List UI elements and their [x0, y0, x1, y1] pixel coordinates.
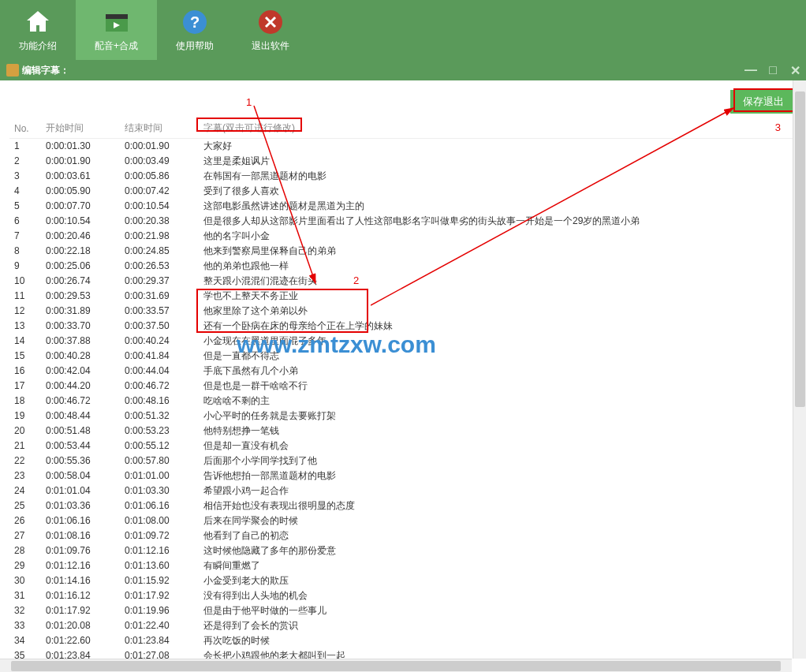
table-row[interactable]: 240:01:01.040:01:03.30希望跟小鸡一起合作	[9, 483, 797, 498]
cell-text: 但是由于他平时做的一些事儿	[199, 603, 797, 618]
save-exit-button[interactable]: 保存退出	[730, 90, 797, 114]
toolbar-help-button[interactable]: ? 使用帮助	[157, 0, 233, 60]
cell-text: 小金受到老大的欺压	[199, 573, 797, 588]
header-end[interactable]: 结束时间	[120, 118, 199, 139]
table-row[interactable]: 170:00:44.200:00:46.72但是也是一群干啥啥不行	[9, 379, 797, 394]
table-row[interactable]: 140:00:37.880:00:40.24小金现在在黑道里面混了多年	[9, 334, 797, 349]
table-row[interactable]: 50:00:07.700:00:10.54这部电影虽然讲述的题材是黑道为主的	[9, 199, 797, 214]
table-row[interactable]: 320:01:17.920:01:19.96但是由于他平时做的一些事儿	[9, 603, 797, 618]
cell-start: 0:01:08.16	[41, 528, 120, 543]
cell-no: 9	[9, 259, 41, 274]
cell-start: 0:01:20.08	[41, 618, 120, 633]
table-row[interactable]: 90:00:25.060:00:26.53他的弟弟也跟他一样	[9, 259, 797, 274]
cell-end: 0:00:37.50	[120, 319, 199, 334]
cell-end: 0:00:26.53	[120, 259, 199, 274]
table-row[interactable]: 340:01:22.600:01:23.84再次吃饭的时候	[9, 633, 797, 648]
table-row[interactable]: 150:00:40.280:00:41.84但是一直都不得志	[9, 349, 797, 364]
table-row[interactable]: 290:01:12.160:01:13.60有瞬间重燃了	[9, 558, 797, 573]
cell-start: 0:00:22.18	[41, 244, 120, 259]
horizontal-scrollbar[interactable]	[0, 659, 792, 672]
svg-text:?: ?	[190, 13, 200, 31]
cell-start: 0:00:42.04	[41, 364, 120, 379]
cell-start: 0:01:16.12	[41, 588, 120, 603]
table-row[interactable]: 100:00:26.740:00:29.37整天跟小混混们混迹在街头	[9, 274, 797, 289]
cell-start: 0:00:51.48	[41, 424, 120, 439]
table-row[interactable]: 270:01:08.160:01:09.72他看到了自己的初恋	[9, 528, 797, 543]
table-row[interactable]: 330:01:20.080:01:22.40还是得到了会长的赏识	[9, 618, 797, 633]
toolbar-compose-button[interactable]: 配音+合成	[76, 0, 157, 60]
table-row[interactable]: 210:00:53.440:00:55.12但是却一直没有机会	[9, 439, 797, 454]
window-title: 编辑字幕：	[22, 64, 69, 77]
annotation-1: 1	[246, 96, 252, 108]
cell-text: 但是也是一群干啥啥不行	[199, 379, 797, 394]
table-row[interactable]: 110:00:29.530:00:31.69学也不上整天不务正业	[9, 289, 797, 304]
cell-no: 24	[9, 483, 41, 498]
cell-end: 0:00:03.49	[120, 154, 199, 169]
table-row[interactable]: 60:00:10.540:00:20.38但是很多人却从这部影片里面看出了人性这…	[9, 214, 797, 229]
toolbar-label: 配音+合成	[95, 39, 138, 53]
table-row[interactable]: 120:00:31.890:00:33.57他家里除了这个弟弟以外	[9, 304, 797, 319]
cell-start: 0:00:58.04	[41, 469, 120, 483]
svg-rect-0	[106, 14, 128, 19]
clapper-icon	[103, 8, 131, 36]
cell-text: 后面那个小学同学找到了他	[199, 454, 797, 469]
cell-no: 3	[9, 169, 41, 184]
minimize-button[interactable]: —	[740, 60, 762, 80]
cell-end: 0:00:20.38	[120, 214, 199, 229]
header-subtitle[interactable]: 字幕(双击可进行修改)	[199, 118, 797, 139]
cell-end: 0:01:08.00	[120, 513, 199, 528]
cell-end: 0:00:24.85	[120, 244, 199, 259]
table-row[interactable]: 180:00:46.720:00:48.16吃啥啥不剩的主	[9, 394, 797, 409]
content-area: 保存退出 1 2 3 No. 开始时间 结束时间 字幕(双击可进行修改) 10:…	[0, 80, 806, 672]
table-row[interactable]: 250:01:03.360:01:06.16相信开始也没有表现出很明显的态度	[9, 498, 797, 513]
table-row[interactable]: 310:01:16.120:01:17.92没有得到出人头地的机会	[9, 588, 797, 603]
table-row[interactable]: 130:00:33.700:00:37.50还有一个卧病在床的母亲给个正在上学的…	[9, 319, 797, 334]
table-row[interactable]: 260:01:06.160:01:08.00后来在同学聚会的时候	[9, 513, 797, 528]
toolbar-intro-button[interactable]: 功能介绍	[0, 0, 76, 60]
cell-no: 10	[9, 274, 41, 289]
table-row[interactable]: 200:00:51.480:00:53.23他特别想挣一笔钱	[9, 424, 797, 439]
cell-no: 2	[9, 154, 41, 169]
cell-no: 22	[9, 454, 41, 469]
cell-end: 0:00:53.23	[120, 424, 199, 439]
cell-start: 0:01:09.76	[41, 543, 120, 558]
cell-start: 0:00:20.46	[41, 229, 120, 244]
table-row[interactable]: 70:00:20.460:00:21.98他的名字叫小金	[9, 229, 797, 244]
cell-end: 0:01:17.92	[120, 588, 199, 603]
cell-no: 12	[9, 304, 41, 319]
maximize-button[interactable]: □	[762, 60, 784, 80]
cell-no: 25	[9, 498, 41, 513]
header-no[interactable]: No.	[9, 118, 41, 139]
table-row[interactable]: 300:01:14.160:01:15.92小金受到老大的欺压	[9, 573, 797, 588]
close-button[interactable]: ✕	[784, 60, 806, 80]
cell-end: 0:00:31.69	[120, 289, 199, 304]
cell-end: 0:00:01.90	[120, 139, 199, 155]
cell-no: 26	[9, 513, 41, 528]
table-row[interactable]: 190:00:48.440:00:51.32小心平时的任务就是去要账打架	[9, 409, 797, 424]
table-row[interactable]: 40:00:05.900:00:07.42受到了很多人喜欢	[9, 184, 797, 199]
table-row[interactable]: 230:00:58.040:01:01.00告诉他想拍一部黑道题材的电影	[9, 469, 797, 483]
toolbar-label: 使用帮助	[176, 39, 214, 53]
cell-start: 0:01:03.36	[41, 498, 120, 513]
table-row[interactable]: 30:00:03.610:00:05.86在韩国有一部黑道题材的电影	[9, 169, 797, 184]
cell-no: 5	[9, 199, 41, 214]
table-row[interactable]: 160:00:42.040:00:44.04手底下虽然有几个小弟	[9, 364, 797, 379]
cell-end: 0:01:22.40	[120, 618, 199, 633]
cell-text: 吃啥啥不剩的主	[199, 394, 797, 409]
toolbar-exit-button[interactable]: 退出软件	[233, 0, 308, 60]
vertical-scrollbar[interactable]	[793, 80, 806, 659]
header-start[interactable]: 开始时间	[41, 118, 120, 139]
cell-no: 8	[9, 244, 41, 259]
cell-no: 31	[9, 588, 41, 603]
table-row[interactable]: 20:00:01.900:00:03.49这里是柔姐讽片	[9, 154, 797, 169]
table-row[interactable]: 80:00:22.180:00:24.85他来到警察局里保释自己的弟弟	[9, 244, 797, 259]
cell-no: 15	[9, 349, 41, 364]
table-row[interactable]: 220:00:55.360:00:57.80后面那个小学同学找到了他	[9, 454, 797, 469]
cell-no: 11	[9, 289, 41, 304]
table-row[interactable]: 280:01:09.760:01:12.16这时候他隐藏了多年的那份爱意	[9, 543, 797, 558]
cell-no: 32	[9, 603, 41, 618]
table-row[interactable]: 10:00:01.300:00:01.90大家好	[9, 139, 797, 155]
cell-text: 手底下虽然有几个小弟	[199, 364, 797, 379]
cell-end: 0:00:40.24	[120, 334, 199, 349]
toolbar-label: 退出软件	[252, 39, 289, 53]
